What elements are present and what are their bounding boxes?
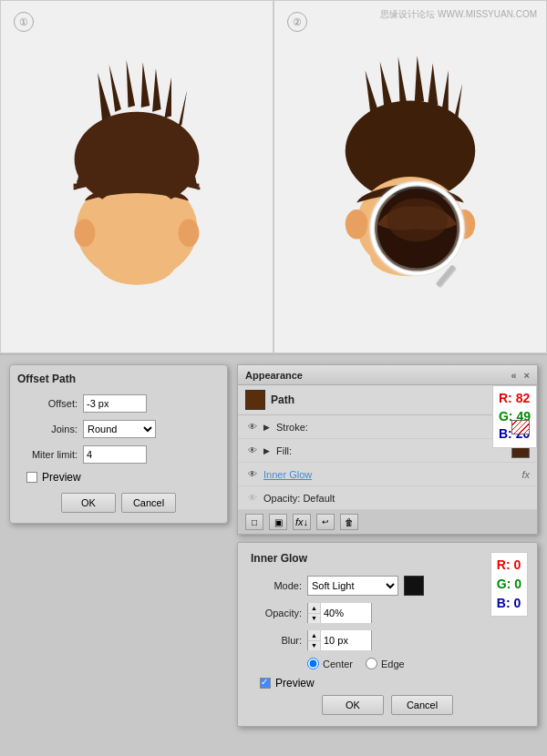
ig-preview-row: Preview	[251, 677, 524, 690]
appearance-rgb-r: R: 82	[499, 390, 531, 408]
ig-blur-input[interactable]	[321, 630, 371, 650]
panel-1: ①	[0, 0, 274, 353]
miter-input[interactable]	[83, 445, 147, 464]
ig-cancel-button[interactable]: Cancel	[391, 695, 453, 715]
ig-edge-radio[interactable]	[366, 658, 377, 669]
ap-path-color-swatch	[245, 390, 265, 410]
miter-row: Miter limit:	[17, 445, 220, 464]
ap-toolbar: □ ▣ fx↓ ↩ 🗑	[238, 510, 537, 534]
ap-tool-dup[interactable]: ↩	[316, 514, 335, 530]
ig-blur-label: Blur:	[251, 635, 307, 646]
ig-rgb-b: B: 0	[497, 594, 521, 613]
ig-color-swatch[interactable]	[404, 576, 424, 596]
illustration-1	[50, 49, 223, 304]
joins-select[interactable]: Round Miter Bevel	[83, 420, 156, 438]
ig-opacity-input-group: ▲ ▼	[307, 603, 372, 623]
ig-center-radio[interactable]	[307, 658, 319, 669]
ig-opacity-label: Opacity:	[251, 608, 307, 618]
right-side: Appearance « × R: 82 G: 49 B: 20 Path 👁	[237, 364, 538, 747]
illustration-2	[324, 45, 497, 309]
ig-rgb-g: G: 0	[497, 575, 521, 594]
ig-center-label: Center	[323, 659, 353, 669]
inner-glow-rgb-badge: R: 0 G: 0 B: 0	[490, 552, 528, 617]
ap-stroke-label: Stroke:	[276, 422, 508, 433]
panel-1-number: ①	[14, 12, 34, 32]
ig-opacity-spinner[interactable]: ▲ ▼	[308, 603, 321, 623]
ig-mode-label: Mode:	[251, 580, 307, 591]
ap-fill-eye[interactable]: 👁	[245, 445, 260, 456]
offset-preview-row: Preview	[17, 471, 220, 484]
watermark: 思缘设计论坛 WWW.MISSYUAN.COM	[380, 8, 537, 21]
ig-preview-checkbox[interactable]	[260, 678, 271, 689]
ap-fill-arrow[interactable]: ▶	[263, 446, 273, 455]
miter-label: Miter limit:	[17, 449, 83, 460]
svg-point-12	[98, 241, 176, 285]
svg-rect-13	[74, 184, 77, 188]
ig-opacity-input[interactable]	[321, 603, 371, 623]
svg-marker-8	[179, 90, 188, 127]
ap-inner-glow-row: 👁 Inner Glow fx	[238, 463, 537, 486]
ig-mode-row: Mode: Soft Light Normal Multiply Screen …	[251, 576, 524, 596]
svg-point-10	[75, 220, 96, 247]
ap-stroke-swatch[interactable]	[511, 420, 530, 434]
ap-fill-label: Fill:	[276, 445, 508, 456]
ig-blur-down[interactable]: ▼	[308, 641, 320, 651]
svg-rect-17	[192, 180, 196, 184]
svg-marker-7	[164, 77, 171, 118]
panel-2: ② 思缘设计论坛 WWW.MISSYUAN.COM	[274, 0, 547, 353]
ig-rgb-r: R: 0	[497, 556, 521, 575]
appearance-close-icon[interactable]: ×	[524, 370, 530, 381]
svg-point-11	[179, 220, 200, 247]
ig-blur-row: Blur: ▲ ▼	[251, 630, 524, 650]
svg-marker-22	[398, 56, 408, 105]
svg-rect-16	[196, 184, 200, 188]
inner-glow-title: Inner Glow	[251, 552, 524, 565]
svg-marker-6	[152, 68, 161, 112]
ap-inner-glow-label[interactable]: Inner Glow	[263, 469, 518, 480]
ig-opacity-up[interactable]: ▲	[308, 603, 320, 614]
appearance-panel: Appearance « × R: 82 G: 49 B: 20 Path 👁	[237, 364, 538, 535]
ig-preview-label: Preview	[275, 677, 315, 690]
ig-edge-label: Edge	[381, 659, 405, 669]
ig-blur-spinner[interactable]: ▲ ▼	[308, 630, 321, 650]
ap-opacity-eye[interactable]: 👁	[245, 493, 260, 504]
ig-blur-up[interactable]: ▲	[308, 630, 320, 641]
svg-marker-4	[127, 60, 136, 107]
offset-path-title: Offset Path	[17, 373, 220, 385]
ig-ok-button[interactable]: OK	[322, 695, 384, 715]
offset-cancel-button[interactable]: Cancel	[121, 493, 176, 513]
offset-path-dialog: Offset Path Offset: Joins: Round Miter B…	[9, 364, 228, 524]
ap-inner-glow-eye[interactable]: 👁	[245, 469, 260, 480]
ap-stroke-eye[interactable]: 👁	[245, 422, 260, 433]
svg-marker-3	[109, 65, 121, 112]
appearance-title: Appearance	[245, 370, 303, 381]
ap-opacity-row: 👁 Opacity: Default	[238, 486, 537, 510]
ig-mode-select[interactable]: Soft Light Normal Multiply Screen Overla…	[307, 576, 398, 596]
bottom-area: Offset Path Offset: Joins: Round Miter B…	[0, 355, 547, 756]
ig-blur-input-group: ▲ ▼	[307, 630, 372, 650]
ig-buttons: OK Cancel	[251, 695, 524, 715]
svg-marker-24	[428, 64, 438, 107]
ap-tool-new-fill[interactable]: ▣	[269, 514, 287, 530]
svg-marker-5	[141, 63, 150, 107]
ig-opacity-down[interactable]: ▼	[308, 614, 320, 624]
panel-2-number: ②	[287, 12, 307, 32]
ig-center-option[interactable]: Center	[307, 658, 353, 669]
ap-tool-new-layer[interactable]: □	[245, 514, 263, 530]
svg-point-36	[387, 199, 448, 242]
svg-marker-2	[98, 73, 110, 120]
offset-preview-checkbox[interactable]	[26, 472, 37, 483]
offset-buttons: OK Cancel	[17, 493, 220, 513]
joins-label: Joins:	[17, 424, 83, 434]
ap-stroke-arrow[interactable]: ▶	[263, 423, 273, 432]
offset-ok-button[interactable]: OK	[61, 493, 116, 513]
appearance-titlebar: Appearance « ×	[238, 365, 537, 385]
appearance-collapse-icon[interactable]: «	[511, 370, 516, 381]
ap-tool-fx[interactable]: fx↓	[293, 514, 311, 530]
svg-rect-18	[198, 187, 201, 189]
offset-input[interactable]	[83, 394, 147, 413]
ig-edge-option[interactable]: Edge	[366, 658, 405, 669]
ap-tool-del[interactable]: 🗑	[340, 514, 358, 530]
joins-row: Joins: Round Miter Bevel	[17, 420, 220, 438]
ap-fx-label: fx	[521, 469, 530, 480]
